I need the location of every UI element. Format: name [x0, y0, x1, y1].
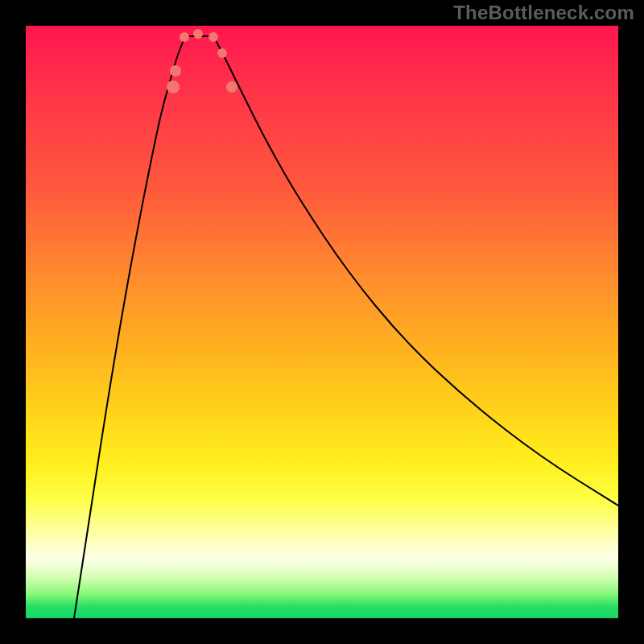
curve-marker — [193, 29, 203, 39]
bottleneck-curve — [26, 26, 618, 618]
chart-frame: TheBottleneck.com — [0, 0, 644, 644]
watermark-text: TheBottleneck.com — [453, 2, 634, 24]
curve-left-branch — [74, 40, 184, 618]
curve-right-branch — [216, 40, 618, 506]
curve-marker — [180, 32, 189, 42]
curve-marker — [208, 32, 218, 42]
curve-marker — [170, 65, 181, 76]
plot-area — [26, 26, 618, 618]
curve-marker — [226, 81, 237, 93]
curve-marker — [217, 48, 227, 58]
curve-marker — [167, 80, 180, 93]
